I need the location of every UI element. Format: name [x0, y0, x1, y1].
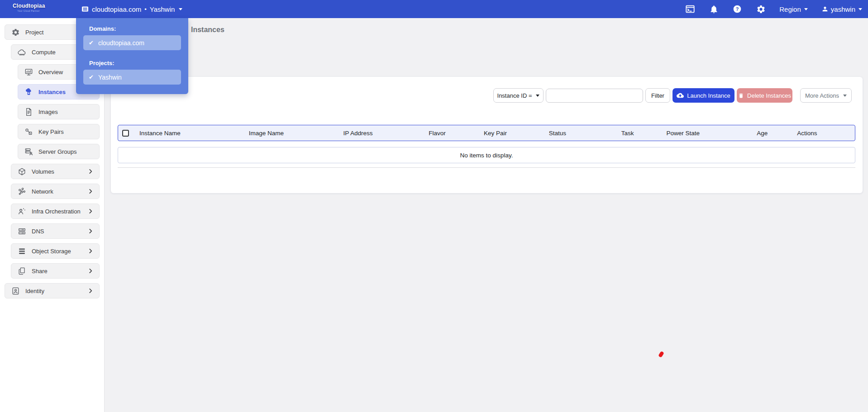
- sidebar-item-images[interactable]: Images: [18, 104, 100, 119]
- cube-icon: [18, 167, 26, 176]
- column-header-flavor[interactable]: Flavor: [425, 130, 481, 137]
- filter-field-select[interactable]: Instance ID =: [493, 88, 544, 103]
- launch-instance-button[interactable]: Launch Instance: [672, 88, 734, 103]
- chevron-down-icon: [536, 95, 539, 97]
- top-navbar: Cloudtopiaa Your Cloud Partner cloudtopi…: [0, 0, 868, 18]
- column-header-task[interactable]: Task: [618, 130, 663, 137]
- key-icon: [24, 128, 33, 136]
- sidebar-item-identity[interactable]: Identity: [5, 283, 100, 298]
- current-domain: cloudtopiaa.com: [92, 5, 141, 13]
- sidebar-item-label: Instances: [38, 89, 66, 95]
- app-logo-tagline: Your Cloud Partner: [13, 9, 44, 12]
- navbar-right-cluster: ? Region yashwin: [685, 0, 862, 18]
- chevron-right-icon: [87, 188, 94, 194]
- delete-instances-button[interactable]: Delete Instances: [737, 88, 792, 103]
- column-header-age[interactable]: Age: [754, 130, 794, 137]
- domain-list-icon: [81, 5, 89, 13]
- svg-text:?: ?: [736, 6, 739, 12]
- chevron-right-icon: [87, 228, 94, 234]
- sidebar-item-volumes[interactable]: Volumes: [11, 164, 100, 179]
- header-checkbox-cell: [118, 130, 136, 137]
- chevron-right-icon: [87, 208, 94, 214]
- chevron-right-icon: [87, 288, 94, 294]
- column-header-ip-address[interactable]: IP Address: [340, 130, 425, 137]
- project-gear-icon: [11, 28, 20, 37]
- network-icon: [18, 187, 26, 196]
- sidebar-item-key-pairs[interactable]: Key Pairs: [18, 124, 100, 139]
- projects-section-label: Projects:: [89, 60, 114, 66]
- column-header-actions[interactable]: Actions: [794, 130, 855, 137]
- chevron-down-icon: [858, 8, 862, 10]
- project-option-label: Yashwin: [98, 74, 122, 81]
- table-empty-row: No items to display.: [118, 147, 855, 163]
- check-icon: ✔: [89, 40, 94, 46]
- domain-project-dropdown-panel: Domains: ✔ cloudtopiaa.com Projects: ✔ Y…: [76, 18, 188, 94]
- current-project: Yashwin: [150, 5, 175, 13]
- sidebar-item-infra-orchestration[interactable]: Infra Orchestration: [11, 204, 100, 219]
- cloud-upload-icon: [677, 92, 684, 99]
- sidebar-item-label: Network: [32, 188, 53, 195]
- region-dropdown[interactable]: Region: [779, 5, 808, 13]
- sidebar-item-label: Object Storage: [32, 248, 71, 255]
- share-icon: [18, 267, 26, 275]
- cursor-mark: [658, 351, 664, 358]
- column-header-status[interactable]: Status: [546, 130, 618, 137]
- sidebar-item-label: Overview: [38, 69, 63, 76]
- identity-icon: [11, 287, 20, 295]
- chevron-down-icon: [843, 95, 847, 97]
- chevron-right-icon: [87, 248, 94, 254]
- domains-section-label: Domains:: [89, 25, 116, 32]
- sidebar-item-dns[interactable]: DNS: [11, 223, 100, 239]
- instances-toolbar: Instance ID = Filter Launch Instance Del…: [493, 88, 852, 103]
- sidebar-item-server-groups[interactable]: Server Groups: [18, 144, 100, 159]
- sidebar-item-object-storage[interactable]: Object Storage: [11, 243, 100, 259]
- page-title: Instances: [191, 26, 224, 34]
- instances-panel: Instance ID = Filter Launch Instance Del…: [111, 77, 863, 193]
- sidebar-item-label: Identity: [25, 288, 44, 294]
- help-icon[interactable]: ?: [732, 4, 742, 14]
- cloud-icon: [18, 48, 26, 57]
- sidebar-item-share[interactable]: Share: [11, 263, 100, 279]
- document-icon: [24, 108, 33, 116]
- gear-icon[interactable]: [756, 4, 766, 14]
- check-icon: ✔: [89, 74, 94, 80]
- sidebar-item-network[interactable]: Network: [11, 184, 100, 199]
- sidebar-item-label: DNS: [32, 228, 44, 235]
- dns-icon: [18, 227, 26, 236]
- select-all-checkbox[interactable]: [122, 130, 129, 137]
- user-name: yashwin: [831, 5, 855, 13]
- region-label: Region: [779, 5, 801, 13]
- filter-field-label: Instance ID =: [497, 92, 532, 99]
- domain-option-label: cloudtopiaa.com: [98, 39, 144, 47]
- instances-server-icon: [24, 88, 33, 96]
- chevron-right-icon: [87, 168, 94, 175]
- sidebar-item-label: Compute: [32, 49, 56, 56]
- chevron-right-icon: [87, 268, 94, 274]
- chevron-down-icon: [179, 8, 182, 10]
- bell-icon[interactable]: [709, 4, 719, 14]
- sidebar-item-label: Key Pairs: [38, 128, 64, 135]
- user-icon: [821, 5, 829, 13]
- column-header-key-pair[interactable]: Key Pair: [481, 130, 546, 137]
- empty-message: No items to display.: [460, 152, 513, 159]
- user-menu[interactable]: yashwin: [821, 5, 862, 13]
- trash-icon: [738, 93, 744, 99]
- more-actions-button[interactable]: More Actions: [800, 88, 852, 103]
- orchestration-icon: [18, 207, 26, 216]
- domain-project-switcher[interactable]: cloudtopiaa.com • Yashwin: [81, 0, 182, 18]
- column-header-power-state[interactable]: Power State: [663, 130, 754, 137]
- sidebar-item-label: Project: [25, 29, 43, 36]
- filter-button[interactable]: Filter: [645, 88, 670, 103]
- project-option-yashwin[interactable]: ✔ Yashwin: [83, 70, 181, 85]
- sidebar-item-label: Images: [38, 109, 58, 115]
- console-icon[interactable]: [685, 4, 695, 14]
- app-logo[interactable]: Cloudtopiaa Your Cloud Partner: [13, 3, 44, 12]
- sidebar-item-label: Volumes: [32, 168, 54, 175]
- app-logo-title: Cloudtopiaa: [13, 3, 44, 9]
- domain-option-cloudtopiaa[interactable]: ✔ cloudtopiaa.com: [83, 35, 181, 50]
- sidebar-item-label: Infra Orchestration: [32, 208, 81, 215]
- column-header-instance-name[interactable]: Instance Name: [136, 130, 246, 137]
- column-header-image-name[interactable]: Image Name: [246, 130, 340, 137]
- filter-search-input[interactable]: [546, 89, 643, 103]
- context-separator: •: [144, 6, 147, 13]
